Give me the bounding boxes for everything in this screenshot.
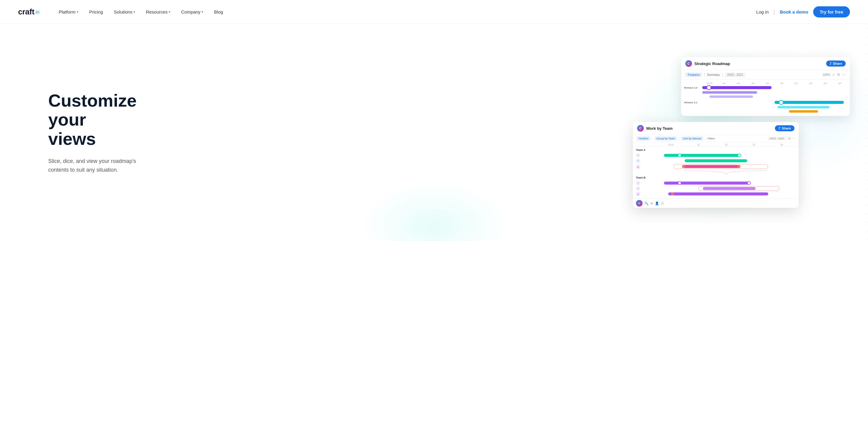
toolbar-settings-icon: ⚙ [837,73,840,77]
team-a-row-1: ✓ [633,153,799,158]
sub-bar-3 [778,106,830,108]
logo-io-text: io [36,9,39,15]
nav-resources[interactable]: Resources ▾ [141,7,175,17]
team-a-label: Team A [633,148,799,153]
team-date-range: 2020 - 2021 [768,137,786,140]
grid-icon[interactable]: ⊞ [650,201,653,205]
login-link[interactable]: Log in [756,9,769,14]
roadmap-body: Q4'20 1w 2w 3w 1w 2w Q1 Q2 Q3 Q4 Release… [681,79,850,116]
book-demo-link[interactable]: Book a demo [780,9,808,14]
hero-section: Customize your views Slice, dice, and vi… [0,24,868,241]
company-chevron-icon: ▾ [202,10,203,13]
filters-label[interactable]: Filters [707,137,715,140]
team-toolbar: Timeline | Group by Team | Sort by Manua… [633,135,799,142]
nav-pricing[interactable]: Pricing [84,7,108,17]
hero-visual: C Strategic Roadmap ⤴ Share Features | S… [633,57,868,208]
roadmap-share-button[interactable]: ⤴ Share [826,61,846,67]
nav-platform[interactable]: Platform ▾ [54,7,83,17]
roadmap-toolbar: Features | Summary | 2020 - 2021 100% ⤢ … [681,70,850,79]
row-icon-b2: ○ [636,187,640,191]
bottom-blob-decoration [359,181,509,241]
end-dot-b [765,192,768,195]
roadmap-window-icon: C [685,60,692,67]
dep-arrow-row [633,170,799,175]
dep-arrow-svg [657,170,796,175]
team-b-row-3: ▲ [633,191,799,197]
release-2-bar [702,86,772,89]
solutions-chevron-icon: ▾ [133,10,135,13]
toolbar-expand-icon: ⤢ [832,73,835,77]
roadmap-window-title: Strategic Roadmap [694,61,826,66]
hero-description: Slice, dice, and view your roadmap's con… [48,157,157,174]
share2-icon: ⤴ [778,127,780,130]
team-b-bar-3 [668,192,768,195]
list-icon[interactable]: ☰ [661,201,664,205]
dep-end-dot [738,165,741,168]
group-by-button[interactable]: Group by Team [655,136,677,141]
release-21-bar [775,101,844,104]
team-b-milestone-1 [678,181,681,185]
timeline-button[interactable]: Timeline [637,136,650,141]
try-for-free-button[interactable]: Try for free [813,6,850,18]
sub-bar-orange [789,110,818,112]
user-avatar: U [636,200,643,206]
row-icon-b3: ▲ [636,192,640,196]
team-a-row-3: ▲ [633,164,799,170]
nav-right: Log in | Book a demo Try for free [756,6,850,18]
release-2-milestone [707,85,711,90]
team-timeline-header: Q4'20 Q1 Q2 Q3 Q4 [633,142,799,147]
sub-bar-1 [702,91,757,94]
platform-chevron-icon: ▾ [77,10,79,13]
toolbar-more-icon: ⋯ [842,73,846,77]
team-a-milestone-1 [678,154,681,157]
user-icon[interactable]: 👤 [655,201,659,205]
row-icon-3: ▲ [636,165,640,169]
team-titlebar: C Work by Team ⤴ Share [633,122,799,135]
team-a-section: Team A ✓ ✓ [633,147,799,170]
nav-blog[interactable]: Blog [209,7,228,17]
resources-chevron-icon: ▾ [169,10,170,13]
team-b-row-1: ○ [633,180,799,186]
logo[interactable]: craft.io [18,7,39,16]
dep-start-dot [682,165,685,168]
team-bottom-bar: U 🔍 ⊞ 👤 ☰ [633,198,799,208]
navigation: craft.io Platform ▾ Pricing Solutions ▾ … [0,0,868,24]
roadmap-titlebar: C Strategic Roadmap ⤴ Share [681,57,850,70]
team-b-bar-2 [703,187,755,190]
search-icon[interactable]: 🔍 [644,201,649,205]
release-21-milestone [779,100,784,105]
team-window-icon: C [637,125,644,132]
toolbar-features-tag[interactable]: Features [685,73,702,77]
team-b-row-2: ○ [633,186,799,191]
team-a-bar-1 [664,154,740,157]
nav-links: Platform ▾ Pricing Solutions ▾ Resources… [54,7,756,17]
sort-by-button[interactable]: Sort by Manual [681,136,703,141]
toolbar-summary-label: Summary [707,73,720,76]
team-b-milestone-2 [747,181,751,185]
share-icon: ⤴ [830,62,832,65]
team-window: C Work by Team ⤴ Share Timeline | Group … [633,122,799,208]
roadmap-window: C Strategic Roadmap ⤴ Share Features | S… [681,57,850,116]
nav-solutions[interactable]: Solutions ▾ [109,7,140,17]
logo-craft-text: craft [18,7,34,16]
team-b-section: Team B ○ ○ [633,175,799,198]
team-window-title: Work by Team [646,126,775,131]
team-a-milestone-2 [738,154,741,157]
hero-text-block: Customize your views Slice, dice, and vi… [0,91,157,174]
toolbar-percent: 100% [823,73,830,76]
sub-bar-2 [710,95,753,98]
nav-divider: | [773,8,775,15]
team-toolbar-icons: ⚙ ⋯ [788,137,795,141]
row-icon: ✓ [636,153,640,158]
team-b-bar-1 [664,181,750,185]
team-a-bar-2 [685,159,747,162]
dep-dot-b [671,192,674,195]
team-b-label: Team B [633,176,799,180]
nav-company[interactable]: Company ▾ [176,7,208,17]
row-icon-b1: ○ [636,181,640,185]
row-icon-2: ✓ [636,159,640,163]
hero-title: Customize your views [48,91,157,148]
team-share-button[interactable]: ⤴ Share [775,125,795,131]
team-a-bar-3 [682,165,740,168]
bottom-icons: 🔍 ⊞ 👤 ☰ [644,201,796,205]
